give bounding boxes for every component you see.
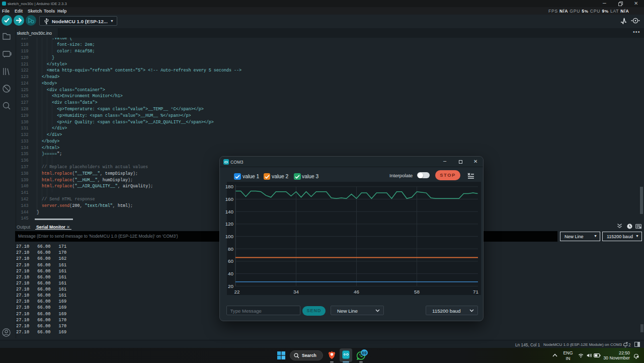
svg-text:46: 46 [354,289,359,295]
svg-text:80: 80 [228,246,233,252]
svg-text:100: 100 [225,234,234,239]
svg-text:140: 140 [225,209,234,214]
svg-text:58: 58 [414,289,420,295]
svg-text:20: 20 [228,283,233,289]
svg-text:60: 60 [228,258,233,264]
svg-text:71: 71 [473,289,478,295]
svg-text:120: 120 [225,221,234,227]
svg-text:40: 40 [228,271,233,276]
svg-text:180: 180 [225,184,234,189]
svg-text:22: 22 [234,289,240,295]
svg-text:34: 34 [293,289,299,295]
svg-text:160: 160 [225,196,234,202]
